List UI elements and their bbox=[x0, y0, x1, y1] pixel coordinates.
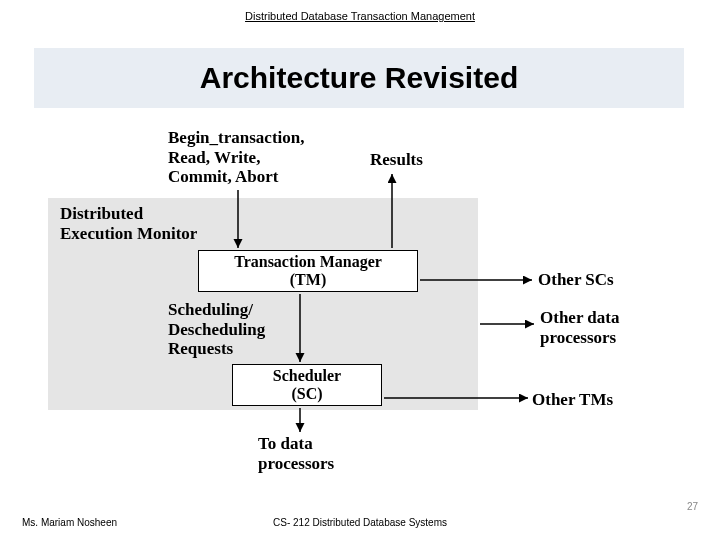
begin-transaction-label: Begin_transaction,Read, Write,Commit, Ab… bbox=[168, 128, 304, 187]
execution-monitor-title: DistributedExecution Monitor bbox=[60, 204, 197, 243]
other-tms-label: Other TMs bbox=[532, 390, 613, 410]
results-label: Results bbox=[370, 150, 423, 170]
to-data-processors-label: To dataprocessors bbox=[258, 434, 334, 473]
page-number: 27 bbox=[687, 501, 698, 512]
slide-title: Architecture Revisited bbox=[200, 61, 518, 95]
other-scs-label: Other SCs bbox=[538, 270, 614, 290]
other-data-processors-label: Other dataprocessors bbox=[540, 308, 620, 347]
scheduler-box: Scheduler(SC) bbox=[232, 364, 382, 406]
transaction-manager-box: Transaction Manager(TM) bbox=[198, 250, 418, 292]
page-header: Distributed Database Transaction Managem… bbox=[0, 10, 720, 22]
scheduling-label: Scheduling/DeschedulingRequests bbox=[168, 300, 265, 359]
slide-title-band: Architecture Revisited bbox=[34, 48, 684, 108]
footer-course: CS- 212 Distributed Database Systems bbox=[0, 517, 720, 528]
